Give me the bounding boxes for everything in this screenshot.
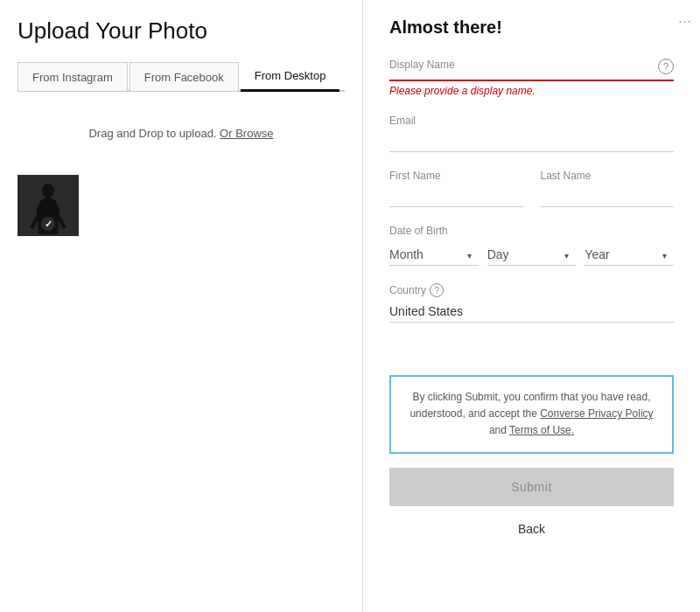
- terms-link[interactable]: Terms of Use.: [509, 424, 574, 436]
- email-group: Email: [389, 115, 674, 152]
- dob-selects: Month JanuaryFebruaryMarch AprilMayJune …: [389, 244, 674, 266]
- form-heading: Almost there!: [389, 17, 674, 38]
- last-name-input[interactable]: [541, 185, 675, 207]
- consent-box: By clicking Submit, you confirm that you…: [389, 375, 674, 454]
- country-value: United States: [389, 301, 674, 323]
- drag-drop-text: Drag and Drop to upload.: [88, 127, 216, 140]
- tab-desktop[interactable]: From Desktop: [241, 62, 340, 92]
- display-name-error: Please provide a display name.: [389, 85, 674, 97]
- page-title: Upload Your Photo: [18, 17, 345, 45]
- svg-point-1: [42, 184, 54, 198]
- country-help-icon[interactable]: ?: [430, 283, 444, 297]
- dob-label: Date of Birth: [389, 225, 674, 237]
- last-name-label: Last Name: [541, 170, 675, 182]
- upload-area: Drag and Drop to upload. Or Browse: [18, 109, 345, 157]
- country-label-row: Country ?: [389, 283, 674, 297]
- display-name-help-icon[interactable]: ?: [658, 59, 674, 74]
- tabs-container: From Instagram From Facebook From Deskto…: [18, 62, 345, 92]
- browse-link[interactable]: Or Browse: [220, 127, 273, 140]
- privacy-policy-link[interactable]: Converse Privacy Policy: [540, 407, 653, 420]
- day-select[interactable]: Day 12345 678910: [487, 244, 577, 266]
- first-name-input[interactable]: [389, 185, 523, 207]
- day-select-wrap: Day 12345 678910 ▾: [487, 244, 577, 266]
- country-section: Country ? United States: [389, 283, 674, 323]
- tab-facebook[interactable]: From Facebook: [130, 62, 239, 92]
- right-panel: ... Almost there! ? Display Name Please …: [363, 0, 700, 612]
- dob-section: Date of Birth Month JanuaryFebruaryMarch…: [389, 225, 674, 266]
- consent-text2: and: [489, 424, 507, 436]
- submit-button[interactable]: Submit: [389, 468, 674, 506]
- name-row: First Name Last Name: [389, 170, 674, 225]
- photo-preview: ✓: [18, 175, 79, 236]
- svg-text:✓: ✓: [45, 219, 52, 229]
- more-options-icon[interactable]: ...: [678, 9, 691, 27]
- last-name-group: Last Name: [541, 170, 675, 207]
- year-select[interactable]: Year 2000199919981990: [584, 244, 674, 266]
- left-panel: Upload Your Photo From Instagram From Fa…: [0, 0, 363, 612]
- tab-instagram[interactable]: From Instagram: [18, 62, 128, 92]
- display-name-group: ? Display Name Please provide a display …: [389, 59, 674, 97]
- country-label: Country: [389, 284, 426, 296]
- year-select-wrap: Year 2000199919981990 ▾: [584, 244, 674, 266]
- display-name-label: Display Name: [389, 59, 455, 71]
- email-label: Email: [389, 115, 674, 127]
- first-name-label: First Name: [389, 170, 523, 182]
- back-button[interactable]: Back: [389, 515, 674, 543]
- month-select-wrap: Month JanuaryFebruaryMarch AprilMayJune …: [389, 244, 479, 266]
- first-name-group: First Name: [389, 170, 523, 207]
- email-input[interactable]: [389, 130, 674, 152]
- month-select[interactable]: Month JanuaryFebruaryMarch AprilMayJune …: [389, 244, 479, 266]
